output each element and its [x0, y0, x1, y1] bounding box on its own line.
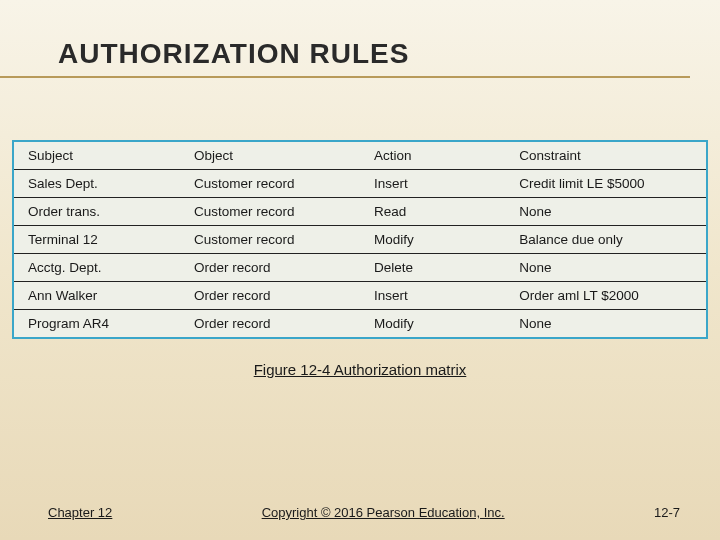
table-row: Acctg. Dept. Order record Delete None	[14, 254, 706, 282]
cell-action: Read	[360, 198, 505, 226]
chapter-label: Chapter 12	[48, 505, 112, 520]
cell-constraint: None	[505, 198, 706, 226]
cell-action: Delete	[360, 254, 505, 282]
cell-object: Order record	[180, 254, 360, 282]
col-header-action: Action	[360, 142, 505, 170]
cell-subject: Terminal 12	[14, 226, 180, 254]
cell-action: Insert	[360, 170, 505, 198]
table-row: Terminal 12 Customer record Modify Balan…	[14, 226, 706, 254]
cell-constraint: Balance due only	[505, 226, 706, 254]
cell-subject: Order trans.	[14, 198, 180, 226]
table-row: Order trans. Customer record Read None	[14, 198, 706, 226]
cell-object: Order record	[180, 310, 360, 338]
col-header-constraint: Constraint	[505, 142, 706, 170]
cell-constraint: None	[505, 310, 706, 338]
table-row: Ann Walker Order record Insert Order aml…	[14, 282, 706, 310]
cell-object: Customer record	[180, 170, 360, 198]
page-title: AUTHORIZATION RULES	[0, 38, 690, 78]
cell-action: Insert	[360, 282, 505, 310]
col-header-subject: Subject	[14, 142, 180, 170]
cell-constraint: None	[505, 254, 706, 282]
cell-subject: Program AR4	[14, 310, 180, 338]
cell-subject: Acctg. Dept.	[14, 254, 180, 282]
cell-object: Customer record	[180, 198, 360, 226]
page-number: 12-7	[654, 505, 680, 520]
footer: Chapter 12 Copyright © 2016 Pearson Educ…	[0, 505, 720, 520]
figure-caption: Figure 12-4 Authorization matrix	[0, 361, 720, 378]
authorization-table-container: Subject Object Action Constraint Sales D…	[12, 140, 708, 339]
table-row: Sales Dept. Customer record Insert Credi…	[14, 170, 706, 198]
copyright-text: Copyright © 2016 Pearson Education, Inc.	[112, 505, 654, 520]
cell-subject: Sales Dept.	[14, 170, 180, 198]
table-header-row: Subject Object Action Constraint	[14, 142, 706, 170]
slide: AUTHORIZATION RULES Subject Object Actio…	[0, 0, 720, 540]
cell-object: Order record	[180, 282, 360, 310]
cell-constraint: Credit limit LE $5000	[505, 170, 706, 198]
table-row: Program AR4 Order record Modify None	[14, 310, 706, 338]
cell-action: Modify	[360, 226, 505, 254]
cell-object: Customer record	[180, 226, 360, 254]
cell-subject: Ann Walker	[14, 282, 180, 310]
cell-constraint: Order aml LT $2000	[505, 282, 706, 310]
cell-action: Modify	[360, 310, 505, 338]
col-header-object: Object	[180, 142, 360, 170]
authorization-table: Subject Object Action Constraint Sales D…	[14, 142, 706, 337]
